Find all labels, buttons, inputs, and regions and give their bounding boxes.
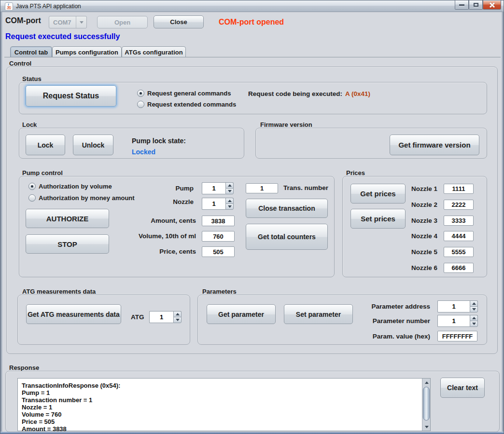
atg-number-spinner[interactable]: 1 [149, 311, 182, 323]
lock-button[interactable]: Lock [26, 135, 65, 155]
amount-cents-field[interactable]: 3838 [202, 216, 235, 226]
nozzle-4-price-field[interactable]: 4444 [444, 231, 474, 241]
nozzle-5-price-field[interactable]: 5555 [444, 247, 474, 257]
spinner-down-button[interactable] [173, 317, 182, 323]
tab-pumps-configuration[interactable]: Pumps configuration [52, 46, 122, 57]
close-transaction-button[interactable]: Close transaction [246, 199, 328, 218]
prices-group-title: Prices [346, 169, 365, 176]
response-line: Pump = 1 [22, 389, 120, 396]
nozzle-2-price-field[interactable]: 2222 [444, 200, 474, 210]
nozzle-number-value[interactable]: 1 [202, 198, 225, 210]
minimize-button[interactable] [455, 0, 469, 10]
maximize-icon [474, 3, 478, 7]
nozzle-1-price-field[interactable]: 1111 [444, 184, 474, 194]
arrow-down-icon [228, 205, 232, 208]
arrow-up-icon [228, 200, 232, 202]
close-port-button[interactable]: Close [154, 15, 204, 28]
parameter-address-value[interactable]: 1 [437, 300, 470, 312]
nozzle-3-price-field[interactable]: 3333 [444, 216, 474, 226]
request-status-button[interactable]: Request Status [26, 85, 116, 107]
vertical-scrollbar[interactable] [422, 379, 430, 431]
frame-left [0, 12, 2, 433]
maximize-button[interactable] [469, 0, 483, 10]
volume-label: Volume, 10th of ml [112, 232, 196, 240]
atg-number-value[interactable]: 1 [149, 311, 173, 323]
spinner-up-button[interactable] [173, 311, 182, 317]
parameters-group-title: Parameters [202, 288, 237, 295]
parameter-number-value[interactable]: 1 [437, 315, 470, 327]
com-port-select[interactable]: COM7 [49, 16, 87, 28]
set-parameter-button[interactable]: Set parameter [284, 304, 353, 324]
app-window: Java PTS API application COM-port COM7 O… [0, 0, 504, 434]
nozzle-5-price-label: Nozzle 5 [401, 248, 437, 256]
set-prices-button[interactable]: Set prices [350, 209, 406, 229]
arrow-down-icon [228, 190, 232, 192]
response-line: Amount = 3838 [22, 425, 120, 433]
radio-request-general[interactable] [137, 90, 144, 97]
minimize-icon [459, 4, 464, 6]
open-port-button[interactable]: Open [97, 16, 148, 28]
request-result-message: Request executed successfully [5, 32, 120, 41]
response-line: Nozzle = 1 [22, 404, 120, 411]
frame-right [502, 12, 504, 433]
transaction-number-field[interactable]: 1 [246, 183, 278, 193]
clear-text-button[interactable]: Clear text [440, 378, 485, 398]
authorize-button[interactable]: AUTHORIZE [26, 209, 109, 228]
title-bar: Java PTS API application [0, 0, 504, 12]
spinner-up-button[interactable] [470, 300, 478, 306]
radio-auth-by-money[interactable] [28, 194, 36, 202]
pump-lock-state-label: Pump lock state: [132, 137, 186, 145]
get-total-counters-button[interactable]: Get total counters [246, 224, 328, 250]
spinner-down-button[interactable] [225, 203, 234, 210]
pump-number-value[interactable]: 1 [202, 182, 225, 194]
response-text: TransactionInfoResponse (0x54): Pump = 1… [22, 382, 120, 433]
get-parameter-button[interactable]: Get parameter [207, 304, 276, 324]
tab-control[interactable]: Control tab [10, 46, 52, 57]
parameter-value-field[interactable]: FFFFFFFF [437, 331, 477, 341]
pump-number-spinner[interactable]: 1 [202, 182, 234, 194]
tab-atgs-configuration[interactable]: ATGs configuration [122, 46, 186, 57]
spinner-up-button[interactable] [225, 198, 234, 203]
nozzle-number-spinner[interactable]: 1 [202, 198, 234, 210]
nozzle-6-price-field[interactable]: 6666 [444, 263, 474, 273]
arrow-up-icon [228, 184, 232, 187]
parameter-address-spinner[interactable]: 1 [437, 300, 478, 312]
close-window-button[interactable] [483, 0, 501, 10]
java-icon [5, 2, 13, 11]
response-textarea[interactable]: TransactionInfoResponse (0x54): Pump = 1… [17, 378, 431, 431]
radio-auth-by-volume[interactable] [28, 183, 36, 190]
amount-cents-label: Amount, cents [112, 217, 196, 224]
spinner-down-button[interactable] [470, 321, 478, 327]
pump-lock-state-value: Locked [132, 148, 155, 156]
nozzle-6-price-label: Nozzle 6 [401, 264, 437, 271]
arrow-down-icon [472, 323, 476, 325]
scrollbar-thumb[interactable] [423, 387, 430, 420]
get-atg-measurements-button[interactable]: Get ATG measurements data [26, 304, 121, 324]
pump-number-label: Pump [145, 185, 194, 192]
get-prices-button[interactable]: Get prices [350, 184, 406, 203]
spinner-up-button[interactable] [470, 315, 478, 321]
parameter-number-spinner[interactable]: 1 [437, 315, 478, 327]
arrow-up-icon [472, 317, 476, 319]
stop-button[interactable]: STOP [26, 234, 109, 254]
nozzle-2-price-label: Nozzle 2 [401, 201, 437, 208]
unlock-button[interactable]: Unlock [73, 135, 113, 155]
arrow-up-icon [472, 302, 476, 305]
scroll-down-button[interactable] [422, 423, 431, 431]
get-firmware-version-button[interactable]: Get firmware version [390, 135, 479, 155]
volume-field[interactable]: 760 [202, 231, 235, 242]
arrow-up-icon [176, 313, 180, 315]
price-cents-field[interactable]: 505 [202, 246, 235, 257]
scroll-up-button[interactable] [422, 379, 431, 386]
combo-dropdown-button[interactable] [76, 16, 86, 28]
spinner-down-button[interactable] [470, 306, 478, 312]
window-title: Java PTS API application [16, 3, 81, 10]
radio-request-extended[interactable] [137, 101, 144, 108]
arrow-down-icon [472, 308, 476, 311]
spinner-up-button[interactable] [225, 182, 234, 188]
parameter-value-label: Param. value (hex) [353, 333, 430, 340]
radio-request-general-label: Request general commands [147, 90, 231, 97]
atg-number-label: ATG [131, 313, 144, 321]
response-line: TransactionInfoResponse (0x54): [22, 382, 120, 389]
spinner-down-button[interactable] [225, 188, 234, 194]
